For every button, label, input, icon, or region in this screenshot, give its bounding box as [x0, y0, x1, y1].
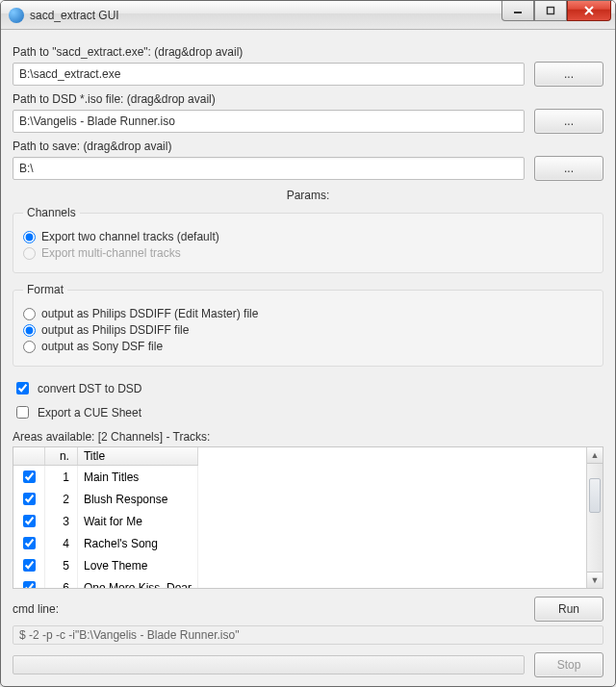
- run-button[interactable]: Run: [534, 597, 603, 622]
- window-title: sacd_extract GUI: [30, 9, 119, 22]
- track-checkbox[interactable]: [23, 581, 36, 588]
- scroll-thumb[interactable]: [589, 478, 601, 513]
- channels-multi-option: Export multi-channel tracks: [23, 246, 593, 260]
- dst-option[interactable]: convert DST to DSD: [13, 379, 603, 397]
- stop-button[interactable]: Stop: [534, 652, 603, 677]
- iso-browse-button[interactable]: ...: [534, 109, 603, 134]
- track-title: Love Theme: [77, 554, 197, 576]
- format-legend: Format: [23, 283, 67, 296]
- col-check[interactable]: [13, 447, 45, 466]
- scrollbar[interactable]: ▲ ▼: [586, 447, 603, 588]
- track-checkbox[interactable]: [23, 493, 36, 505]
- scroll-up-icon[interactable]: ▲: [587, 447, 603, 464]
- track-n: 1: [45, 466, 78, 489]
- close-button[interactable]: [567, 0, 611, 21]
- app-window: sacd_extract GUI Path to "sacd_extract.e…: [0, 0, 616, 687]
- track-checkbox[interactable]: [23, 471, 36, 483]
- track-checkbox[interactable]: [23, 515, 36, 527]
- exe-path-label: Path to "sacd_extract.exe": (drag&drop a…: [13, 45, 603, 59]
- track-n: 5: [45, 554, 78, 576]
- channels-legend: Channels: [23, 206, 80, 219]
- table-row[interactable]: 6One More Kiss, Dear: [13, 576, 198, 588]
- format-dsdiff-edit-option[interactable]: output as Philips DSDIFF (Edit Master) f…: [23, 307, 593, 320]
- exe-path-input[interactable]: [13, 63, 525, 86]
- format-dsf-radio[interactable]: [23, 341, 36, 353]
- exe-browse-button[interactable]: ...: [534, 62, 603, 87]
- format-dsdiff-radio[interactable]: [23, 324, 36, 337]
- app-icon: [9, 8, 24, 23]
- track-n: 2: [45, 488, 78, 510]
- areas-label: Areas available: [2 Channels] - Tracks:: [13, 430, 603, 444]
- minimize-button[interactable]: [501, 0, 534, 21]
- scroll-down-icon[interactable]: ▼: [587, 572, 603, 588]
- table-row[interactable]: 5Love Theme: [13, 554, 198, 576]
- save-path-input[interactable]: [13, 157, 525, 180]
- track-title: Blush Response: [77, 488, 197, 510]
- track-title: Rachel's Song: [77, 532, 197, 554]
- table-row[interactable]: 4Rachel's Song: [13, 532, 198, 554]
- channels-multi-radio: [23, 247, 36, 260]
- format-dsdiff-edit-radio[interactable]: [23, 308, 36, 320]
- maximize-button[interactable]: [534, 0, 567, 21]
- format-group: Format output as Philips DSDIFF (Edit Ma…: [13, 283, 603, 367]
- cue-option[interactable]: Export a CUE Sheet: [13, 403, 603, 421]
- col-n[interactable]: n.: [45, 447, 78, 466]
- channels-two-option[interactable]: Export two channel tracks (default): [23, 230, 593, 243]
- format-dsf-option[interactable]: output as Sony DSF file: [23, 340, 593, 353]
- track-n: 3: [45, 510, 78, 532]
- table-row[interactable]: 1Main Titles: [13, 466, 198, 489]
- track-table: n. Title 1Main Titles2Blush Response3Wai…: [13, 446, 603, 589]
- iso-path-input[interactable]: [13, 110, 525, 133]
- save-browse-button[interactable]: ...: [534, 156, 603, 181]
- format-dsdiff-option[interactable]: output as Philips DSDIFF file: [23, 323, 593, 337]
- dst-checkbox[interactable]: [16, 382, 29, 394]
- channels-two-radio[interactable]: [23, 231, 36, 243]
- cmd-label: cmd line:: [13, 602, 525, 616]
- save-path-label: Path to save: (drag&drop avail): [13, 140, 603, 153]
- track-title: Wait for Me: [77, 510, 197, 532]
- progress-bar: [13, 655, 525, 674]
- cmd-line: $ -2 -p -c -i"B:\Vangelis - Blade Runner…: [13, 625, 603, 645]
- col-title[interactable]: Title: [77, 447, 197, 466]
- track-n: 4: [45, 532, 78, 554]
- track-checkbox[interactable]: [23, 559, 36, 572]
- cue-checkbox[interactable]: [16, 406, 29, 419]
- table-row[interactable]: 2Blush Response: [13, 488, 198, 510]
- track-title: One More Kiss, Dear: [77, 576, 197, 588]
- svg-rect-1: [548, 7, 554, 13]
- iso-path-label: Path to DSD *.iso file: (drag&drop avail…: [13, 92, 603, 106]
- titlebar[interactable]: sacd_extract GUI: [1, 1, 615, 30]
- track-checkbox[interactable]: [23, 537, 36, 549]
- table-row[interactable]: 3Wait for Me: [13, 510, 198, 532]
- track-title: Main Titles: [77, 466, 197, 489]
- params-heading: Params:: [13, 189, 603, 202]
- channels-group: Channels Export two channel tracks (defa…: [13, 206, 603, 273]
- track-n: 6: [45, 576, 78, 588]
